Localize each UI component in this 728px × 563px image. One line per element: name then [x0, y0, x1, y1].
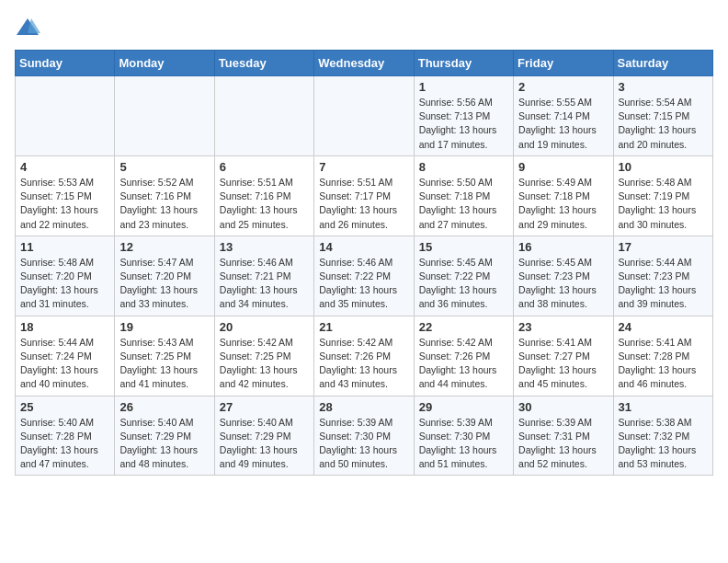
day-info: Sunrise: 5:40 AM Sunset: 7:28 PM Dayligh… [20, 416, 109, 472]
day-number: 14 [319, 240, 408, 254]
day-info: Sunrise: 5:48 AM Sunset: 7:19 PM Dayligh… [619, 176, 708, 232]
day-number: 24 [619, 320, 708, 334]
day-number: 18 [20, 320, 109, 334]
calendar-header: SundayMondayTuesdayWednesdayThursdayFrid… [16, 51, 713, 76]
header-row: SundayMondayTuesdayWednesdayThursdayFrid… [16, 51, 713, 76]
day-info: Sunrise: 5:42 AM Sunset: 7:25 PM Dayligh… [220, 336, 309, 392]
day-number: 15 [419, 240, 508, 254]
header-saturday: Saturday [613, 51, 712, 76]
calendar-cell: 13Sunrise: 5:46 AM Sunset: 7:21 PM Dayli… [214, 236, 313, 316]
calendar-cell: 15Sunrise: 5:45 AM Sunset: 7:22 PM Dayli… [414, 236, 513, 316]
day-number: 22 [419, 320, 508, 334]
header-sunday: Sunday [16, 51, 115, 76]
day-number: 23 [518, 320, 608, 334]
day-number: 28 [319, 400, 408, 414]
header-monday: Monday [115, 51, 214, 76]
calendar-body: 1Sunrise: 5:56 AM Sunset: 7:13 PM Daylig… [16, 76, 713, 476]
calendar-cell: 9Sunrise: 5:49 AM Sunset: 7:18 PM Daylig… [514, 155, 613, 236]
day-info: Sunrise: 5:41 AM Sunset: 7:28 PM Dayligh… [619, 336, 708, 392]
calendar-cell: 6Sunrise: 5:51 AM Sunset: 7:16 PM Daylig… [214, 155, 313, 236]
logo [15, 15, 44, 40]
day-info: Sunrise: 5:41 AM Sunset: 7:27 PM Dayligh… [518, 336, 608, 392]
day-number: 29 [419, 400, 508, 414]
calendar-cell: 28Sunrise: 5:39 AM Sunset: 7:30 PM Dayli… [314, 396, 414, 476]
day-number: 6 [220, 160, 309, 174]
day-number: 12 [119, 240, 209, 254]
header-thursday: Thursday [414, 51, 513, 76]
day-info: Sunrise: 5:40 AM Sunset: 7:29 PM Dayligh… [119, 416, 209, 472]
calendar-cell: 5Sunrise: 5:52 AM Sunset: 7:16 PM Daylig… [115, 155, 214, 236]
day-number: 13 [220, 240, 309, 254]
calendar-cell: 26Sunrise: 5:40 AM Sunset: 7:29 PM Dayli… [115, 396, 214, 476]
calendar-cell [314, 76, 414, 156]
day-info: Sunrise: 5:55 AM Sunset: 7:14 PM Dayligh… [518, 96, 608, 152]
calendar-cell: 29Sunrise: 5:39 AM Sunset: 7:30 PM Dayli… [414, 396, 513, 476]
day-number: 16 [518, 240, 608, 254]
calendar-cell: 14Sunrise: 5:46 AM Sunset: 7:22 PM Dayli… [314, 236, 414, 316]
logo-icon [15, 15, 40, 40]
calendar-cell [214, 76, 313, 156]
day-number: 1 [419, 80, 508, 94]
day-info: Sunrise: 5:46 AM Sunset: 7:22 PM Dayligh… [319, 256, 408, 312]
day-info: Sunrise: 5:42 AM Sunset: 7:26 PM Dayligh… [319, 336, 408, 392]
day-info: Sunrise: 5:51 AM Sunset: 7:17 PM Dayligh… [319, 176, 408, 232]
calendar-cell [16, 76, 115, 156]
calendar-week-2: 4Sunrise: 5:53 AM Sunset: 7:15 PM Daylig… [16, 155, 713, 236]
day-number: 2 [518, 80, 608, 94]
calendar-cell: 18Sunrise: 5:44 AM Sunset: 7:24 PM Dayli… [16, 316, 115, 396]
calendar-cell: 10Sunrise: 5:48 AM Sunset: 7:19 PM Dayli… [613, 155, 712, 236]
day-number: 25 [20, 400, 109, 414]
calendar-week-1: 1Sunrise: 5:56 AM Sunset: 7:13 PM Daylig… [16, 76, 713, 156]
calendar-cell: 11Sunrise: 5:48 AM Sunset: 7:20 PM Dayli… [16, 236, 115, 316]
day-number: 26 [119, 400, 209, 414]
day-number: 7 [319, 160, 408, 174]
calendar-cell: 12Sunrise: 5:47 AM Sunset: 7:20 PM Dayli… [115, 236, 214, 316]
day-info: Sunrise: 5:52 AM Sunset: 7:16 PM Dayligh… [119, 176, 209, 232]
day-info: Sunrise: 5:43 AM Sunset: 7:25 PM Dayligh… [119, 336, 209, 392]
calendar-cell: 4Sunrise: 5:53 AM Sunset: 7:15 PM Daylig… [16, 155, 115, 236]
calendar-cell: 7Sunrise: 5:51 AM Sunset: 7:17 PM Daylig… [314, 155, 414, 236]
day-number: 10 [619, 160, 708, 174]
calendar-cell: 22Sunrise: 5:42 AM Sunset: 7:26 PM Dayli… [414, 316, 513, 396]
day-number: 8 [419, 160, 508, 174]
day-info: Sunrise: 5:47 AM Sunset: 7:20 PM Dayligh… [119, 256, 209, 312]
day-info: Sunrise: 5:44 AM Sunset: 7:23 PM Dayligh… [619, 256, 708, 312]
day-number: 11 [20, 240, 109, 254]
day-info: Sunrise: 5:46 AM Sunset: 7:21 PM Dayligh… [220, 256, 309, 312]
calendar-cell: 31Sunrise: 5:38 AM Sunset: 7:32 PM Dayli… [613, 396, 712, 476]
calendar-cell: 16Sunrise: 5:45 AM Sunset: 7:23 PM Dayli… [514, 236, 613, 316]
day-info: Sunrise: 5:48 AM Sunset: 7:20 PM Dayligh… [20, 256, 109, 312]
calendar-table: SundayMondayTuesdayWednesdayThursdayFrid… [15, 50, 713, 476]
calendar-cell: 3Sunrise: 5:54 AM Sunset: 7:15 PM Daylig… [613, 76, 712, 156]
header-wednesday: Wednesday [314, 51, 414, 76]
calendar-cell: 8Sunrise: 5:50 AM Sunset: 7:18 PM Daylig… [414, 155, 513, 236]
calendar-cell: 23Sunrise: 5:41 AM Sunset: 7:27 PM Dayli… [514, 316, 613, 396]
day-number: 21 [319, 320, 408, 334]
header-friday: Friday [514, 51, 613, 76]
day-info: Sunrise: 5:54 AM Sunset: 7:15 PM Dayligh… [619, 96, 708, 152]
day-number: 27 [220, 400, 309, 414]
day-number: 17 [619, 240, 708, 254]
calendar-cell: 2Sunrise: 5:55 AM Sunset: 7:14 PM Daylig… [514, 76, 613, 156]
calendar-cell: 30Sunrise: 5:39 AM Sunset: 7:31 PM Dayli… [514, 396, 613, 476]
day-info: Sunrise: 5:50 AM Sunset: 7:18 PM Dayligh… [419, 176, 508, 232]
calendar-cell: 25Sunrise: 5:40 AM Sunset: 7:28 PM Dayli… [16, 396, 115, 476]
day-info: Sunrise: 5:42 AM Sunset: 7:26 PM Dayligh… [419, 336, 508, 392]
svg-marker-1 [28, 18, 40, 33]
calendar-cell: 27Sunrise: 5:40 AM Sunset: 7:29 PM Dayli… [214, 396, 313, 476]
calendar-week-4: 18Sunrise: 5:44 AM Sunset: 7:24 PM Dayli… [16, 316, 713, 396]
day-info: Sunrise: 5:39 AM Sunset: 7:31 PM Dayligh… [518, 416, 608, 472]
calendar-week-3: 11Sunrise: 5:48 AM Sunset: 7:20 PM Dayli… [16, 236, 713, 316]
day-number: 4 [20, 160, 109, 174]
day-number: 19 [119, 320, 209, 334]
day-info: Sunrise: 5:39 AM Sunset: 7:30 PM Dayligh… [419, 416, 508, 472]
header-tuesday: Tuesday [214, 51, 313, 76]
day-info: Sunrise: 5:38 AM Sunset: 7:32 PM Dayligh… [619, 416, 708, 472]
calendar-cell [115, 76, 214, 156]
day-number: 30 [518, 400, 608, 414]
day-number: 3 [619, 80, 708, 94]
day-number: 20 [220, 320, 309, 334]
day-info: Sunrise: 5:39 AM Sunset: 7:30 PM Dayligh… [319, 416, 408, 472]
day-info: Sunrise: 5:53 AM Sunset: 7:15 PM Dayligh… [20, 176, 109, 232]
calendar-cell: 20Sunrise: 5:42 AM Sunset: 7:25 PM Dayli… [214, 316, 313, 396]
